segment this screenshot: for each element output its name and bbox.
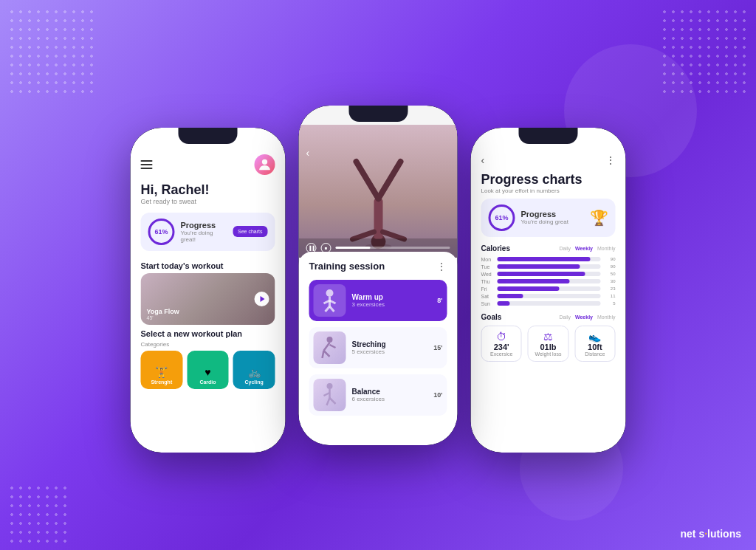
workout-name: Yoga Flow <box>147 308 179 315</box>
goal-card-weightloss[interactable]: ⚖ 01lb Weight loss <box>528 326 568 362</box>
chart-val-sun: 5 <box>604 301 616 306</box>
tab-goals-monthly[interactable]: Monthly <box>597 314 616 320</box>
goals-row: ⏱ 234' Excersice ⚖ 01lb Weight loss 👟 10… <box>471 323 626 365</box>
category-strength[interactable]: 🏋 Strenght <box>141 351 183 389</box>
exercise-duration-warmup: 8' <box>437 297 442 304</box>
category-cycling-label: Cycling <box>245 379 264 385</box>
chart-bar-fill-sat <box>498 294 523 298</box>
tab-calories-daily[interactable]: Daily <box>559 246 571 251</box>
chart-val-sat: 11 <box>604 294 616 298</box>
chart-bar-bg-wed <box>498 272 601 276</box>
right-progress-info: Progress You're doing great <box>521 210 584 225</box>
progress-sub: You're doing great! <box>181 230 227 243</box>
weight-icon: ⚖ <box>543 331 553 343</box>
category-cardio-label: Cardio <box>199 379 216 385</box>
chart-val-mon: 90 <box>604 257 616 261</box>
play-button[interactable] <box>255 292 269 306</box>
chart-bar-bg-tue <box>498 264 601 269</box>
training-header: Training session ⋮ <box>309 261 447 272</box>
chart-bar-fill-fri <box>498 286 560 291</box>
category-cycling[interactable]: 🚲 Cycling <box>233 351 275 389</box>
phones-container: Hi, Rachel! Get ready to sweat 61% Progr… <box>131 106 626 445</box>
training-section: Training session ⋮ <box>299 252 458 445</box>
calories-section-header: Calories Daily Weekly Monthly <box>471 243 626 254</box>
chart-bar-bg-fri <box>498 286 601 291</box>
svg-point-14 <box>327 337 333 343</box>
right-subtitle: Look at your effort in numbers <box>471 188 626 199</box>
svg-line-15 <box>324 343 330 351</box>
chart-val-thu: 30 <box>604 279 616 283</box>
chart-bar-fill-wed <box>498 272 585 276</box>
calories-chart: Mon 90 Tue 90 Wed <box>471 254 626 312</box>
progress-info: Progress You're doing great! <box>181 221 227 243</box>
video-progress-bar[interactable] <box>336 247 450 249</box>
back-button[interactable]: ‹ <box>481 154 485 166</box>
brand: net s·lutions <box>681 528 741 540</box>
back-arrow[interactable]: ‹ <box>306 147 310 159</box>
svg-point-19 <box>327 383 333 389</box>
right-header: ‹ ⋮ <box>471 148 626 169</box>
tab-calories-weekly[interactable]: Weekly <box>575 246 593 251</box>
right-progress-sub: You're doing great <box>521 219 584 225</box>
exercise-name-warmup: Warm up <box>352 293 432 301</box>
right-title: Progress charts <box>471 169 626 188</box>
chart-label-tue: Tue <box>481 264 495 269</box>
svg-line-18 <box>324 351 330 357</box>
exercise-thumb-stretching <box>314 331 346 364</box>
chart-label-thu: Thu <box>481 279 495 284</box>
chart-bar-bg-mon <box>498 257 601 261</box>
see-charts-button[interactable]: See charts <box>233 226 267 237</box>
start-workout-title: Start today's workout <box>131 257 286 273</box>
chart-row-sat: Sat 11 <box>481 294 616 299</box>
exercise-item-balance[interactable]: Balance 6 excersices 10' <box>309 374 447 416</box>
right-progress-circle: 61% <box>489 204 515 231</box>
svg-line-16 <box>330 345 336 348</box>
video-area[interactable]: ‹ <box>299 125 458 258</box>
exercise-count-balance: 6 excersices <box>352 396 428 402</box>
menu-dots-icon[interactable]: ⋮ <box>605 154 616 166</box>
chart-bar-bg-thu <box>498 279 601 283</box>
video-figure <box>299 125 458 258</box>
exercise-name-balance: Balance <box>352 388 428 396</box>
phone-left: Hi, Rachel! Get ready to sweat 61% Progr… <box>131 128 286 453</box>
exercise-item-warmup[interactable]: Warm up 3 excersices 8' <box>309 280 447 321</box>
decorative-dots-bottomleft <box>7 484 66 543</box>
svg-line-4 <box>356 162 378 199</box>
more-options-icon[interactable]: ⋮ <box>436 261 447 272</box>
chart-row-tue: Tue 90 <box>481 264 616 269</box>
strength-icon: 🏋 <box>155 366 168 378</box>
svg-point-0 <box>262 159 267 164</box>
tab-goals-daily[interactable]: Daily <box>559 314 571 320</box>
svg-line-13 <box>330 306 334 312</box>
calories-section-name: Calories <box>481 244 510 252</box>
chart-label-fri: Fri <box>481 286 495 292</box>
tab-calories-monthly[interactable]: Monthly <box>597 246 616 251</box>
category-cardio[interactable]: ♥ Cardio <box>187 351 229 389</box>
avatar[interactable] <box>255 154 275 175</box>
chart-bar-bg-sat <box>498 294 601 298</box>
chart-label-sat: Sat <box>481 294 495 299</box>
chart-label-wed: Wed <box>481 272 495 277</box>
cycling-icon: 🚲 <box>248 366 261 378</box>
warmup-figure <box>317 287 343 314</box>
balance-figure <box>317 382 343 408</box>
exercise-thumb-warmup <box>314 284 346 317</box>
calories-tabs: Daily Weekly Monthly <box>559 246 615 251</box>
chart-bar-fill-mon <box>498 257 591 261</box>
goals-section-header: Goals Daily Weekly Monthly <box>471 312 626 323</box>
select-plan-title: Select a new workout plan <box>131 325 286 341</box>
tab-goals-weekly[interactable]: Weekly <box>575 314 593 320</box>
exercise-count-warmup: 3 excersices <box>352 301 432 308</box>
goal-card-exercise[interactable]: ⏱ 234' Excersice <box>481 326 522 362</box>
goal-val-weightloss: 01lb <box>540 343 556 351</box>
chart-bar-fill-tue <box>498 264 580 269</box>
goal-card-distance[interactable]: 👟 10ft Distance <box>574 326 615 362</box>
svg-line-22 <box>327 398 330 405</box>
goal-unit-distance: Distance <box>585 351 605 357</box>
exercise-info-stretching: Streching 5 excersices <box>352 340 428 355</box>
hamburger-icon[interactable] <box>141 160 153 169</box>
goal-val-distance: 10ft <box>588 343 602 351</box>
notch-center <box>348 106 408 122</box>
workout-card[interactable]: Yoga Flow 45' <box>141 273 275 325</box>
exercise-item-stretching[interactable]: Streching 5 excersices 15' <box>309 327 447 368</box>
